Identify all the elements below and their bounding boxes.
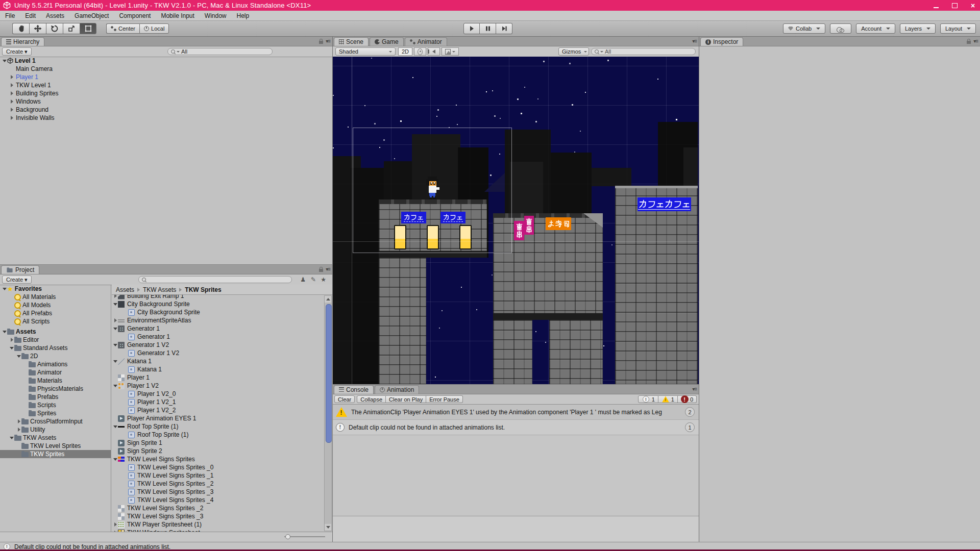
- project-folder-crossplatforminput[interactable]: CrossPlatformInput: [0, 417, 111, 425]
- layout-button[interactable]: Layout: [940, 23, 976, 34]
- account-button[interactable]: Account: [856, 23, 895, 34]
- panel-menu-icon[interactable]: ▾≡: [326, 266, 330, 272]
- asset-sign-sprite-1[interactable]: Sign Sprite 1: [112, 439, 324, 447]
- asset-player-1-v2-0[interactable]: Player 1 V2_0: [112, 390, 324, 398]
- asset-player-1-v2-2[interactable]: Player 1 V2_2: [112, 406, 324, 414]
- tab-inspector[interactable]: i Inspector: [700, 37, 743, 46]
- 2d-toggle-button[interactable]: 2D: [398, 47, 412, 56]
- menu-assets[interactable]: Assets: [41, 11, 69, 21]
- panel-menu-icon[interactable]: ▾≡: [326, 38, 330, 44]
- menu-edit[interactable]: Edit: [20, 11, 41, 21]
- project-folder-prefabs[interactable]: Prefabs: [0, 393, 111, 401]
- asset-katana-1[interactable]: Katana 1: [112, 357, 324, 365]
- asset-katana-1[interactable]: Katana 1: [112, 365, 324, 373]
- hierarchy-item-player-1[interactable]: Player 1: [0, 73, 332, 81]
- favorite-search-button[interactable]: ★: [321, 276, 326, 283]
- asset-tkw-level-signs-sprites-2[interactable]: TKW Level Signs Sprites _2: [112, 480, 324, 488]
- hierarchy-item-background[interactable]: Background: [0, 106, 332, 114]
- gizmos-dropdown[interactable]: Gizmos: [558, 47, 589, 56]
- menu-component[interactable]: Component: [114, 11, 156, 21]
- menu-mobile-input[interactable]: Mobile Input: [156, 11, 199, 21]
- project-folder-tkw-sprites[interactable]: TKW Sprites: [0, 450, 111, 458]
- space-toggle-button[interactable]: Local: [139, 23, 169, 34]
- project-folder-2d[interactable]: 2D: [0, 352, 111, 360]
- clear-on-play-button[interactable]: Clear on Play: [386, 395, 426, 403]
- project-create-button[interactable]: Create ▾: [2, 276, 32, 284]
- asset-generator-1-v2[interactable]: Generator 1 V2: [112, 341, 324, 349]
- pivot-toggle-button[interactable]: Center: [106, 23, 139, 34]
- panel-menu-icon[interactable]: ▾≡: [973, 38, 978, 44]
- asset-tkw-level-signs-sprites-2[interactable]: TKW Level Signs Sprites _2: [112, 504, 324, 512]
- asset-city-background-sprite[interactable]: City Background Sprite: [112, 300, 324, 308]
- project-folder-tkw-assets[interactable]: TKW Assets: [0, 434, 111, 442]
- lock-icon[interactable]: [319, 269, 323, 272]
- error-pause-button[interactable]: Error Pause: [426, 395, 463, 403]
- breadcrumb-tkw-assets[interactable]: TKW Assets: [143, 286, 176, 293]
- move-tool-button[interactable]: [29, 23, 46, 34]
- scrollbar-thumb[interactable]: [326, 304, 332, 443]
- scale-tool-button[interactable]: [63, 23, 80, 34]
- play-button[interactable]: [463, 23, 480, 34]
- hierarchy-item-tkw-level-1[interactable]: TKW Level 1: [0, 81, 332, 89]
- asset-generator-1[interactable]: Generator 1: [112, 333, 324, 341]
- asset-tkw-level-signs-sprites-0[interactable]: TKW Level Signs Sprites _0: [112, 463, 324, 471]
- tab-game[interactable]: Game: [370, 37, 404, 46]
- console-entry[interactable]: Default clip could not be found in attac…: [333, 420, 699, 435]
- asset-tkw-level-signs-sprites-3[interactable]: TKW Level Signs Sprites _3: [112, 488, 324, 496]
- rect-tool-button[interactable]: [80, 23, 96, 34]
- project-search-input[interactable]: [138, 276, 292, 283]
- slider-knob[interactable]: [285, 534, 290, 539]
- project-folder-standard-assets[interactable]: Standard Assets: [0, 344, 111, 352]
- project-folder-utility[interactable]: Utility: [0, 425, 111, 434]
- asset-player-1-v2-1[interactable]: Player 1 V2_1: [112, 398, 324, 406]
- scroll-down-icon[interactable]: [325, 524, 331, 531]
- asset-tkw-level-signs-sprites[interactable]: TKW Level Signs Sprites: [112, 455, 324, 463]
- project-folder-all-materials[interactable]: All Materials: [0, 293, 111, 301]
- cloud-button[interactable]: [830, 23, 851, 34]
- scene-viewport[interactable]: [333, 57, 699, 384]
- search-by-type-button[interactable]: ♟: [300, 276, 306, 283]
- thumbnail-zoom-slider[interactable]: [284, 536, 325, 537]
- breadcrumb-tkw-sprites[interactable]: TKW Sprites: [185, 286, 221, 293]
- asset-player-1-v2[interactable]: Player 1 V2: [112, 382, 324, 390]
- asset-generator-1[interactable]: Generator 1: [112, 324, 324, 333]
- tab-project[interactable]: Project: [1, 265, 39, 274]
- asset-generator-1-v2[interactable]: Generator 1 V2: [112, 349, 324, 357]
- project-folder-assets[interactable]: Assets: [0, 328, 111, 336]
- menu-help[interactable]: Help: [232, 11, 255, 21]
- project-folder-materials[interactable]: Materials: [0, 377, 111, 385]
- project-scrollbar[interactable]: [324, 295, 332, 531]
- close-button[interactable]: ×: [969, 2, 977, 9]
- shading-mode-dropdown[interactable]: Shaded: [335, 47, 396, 56]
- tab-console[interactable]: Console: [334, 385, 374, 394]
- asset-tkw-level-signs-sprites-3[interactable]: TKW Level Signs Sprites _3: [112, 512, 324, 520]
- collapse-button[interactable]: Collapse: [357, 395, 386, 403]
- asset-roof-top-sprite-1-[interactable]: Roof Top Sprite (1): [112, 422, 324, 431]
- project-folder-editor[interactable]: Editor: [0, 336, 111, 344]
- pause-button[interactable]: [480, 23, 496, 34]
- project-folder-scripts[interactable]: Scripts: [0, 401, 111, 409]
- project-folder-favorites[interactable]: ★Favorites: [0, 285, 111, 293]
- rotate-tool-button[interactable]: [46, 23, 63, 34]
- hierarchy-item-windows[interactable]: Windows: [0, 97, 332, 106]
- audio-toggle-button[interactable]: [428, 47, 440, 56]
- panel-menu-icon[interactable]: ▾≡: [692, 38, 697, 44]
- breadcrumb-assets[interactable]: Assets: [116, 286, 134, 293]
- maximize-button[interactable]: [950, 2, 959, 9]
- menu-window[interactable]: Window: [200, 11, 232, 21]
- clear-button[interactable]: Clear: [334, 395, 355, 403]
- minimize-button[interactable]: [932, 2, 940, 9]
- asset-city-background-sprite[interactable]: City Background Sprite: [112, 308, 324, 316]
- project-folder-sprites[interactable]: Sprites: [0, 409, 111, 417]
- menu-gameobject[interactable]: GameObject: [69, 11, 114, 21]
- asset-building-exit-ramp-1[interactable]: Building Exit Ramp 1: [112, 295, 324, 300]
- project-folder-animator[interactable]: Animator: [0, 368, 111, 377]
- layers-button[interactable]: Layers: [900, 23, 936, 34]
- scene-search-input[interactable]: All: [591, 48, 696, 55]
- panel-menu-icon[interactable]: ▾≡: [692, 386, 697, 392]
- search-by-label-button[interactable]: ✎: [311, 276, 316, 283]
- tab-scene[interactable]: Scene: [334, 37, 369, 46]
- scroll-up-icon[interactable]: [325, 296, 331, 303]
- collab-button[interactable]: Collab: [783, 23, 825, 34]
- info-counter-button[interactable]: 1: [638, 395, 658, 403]
